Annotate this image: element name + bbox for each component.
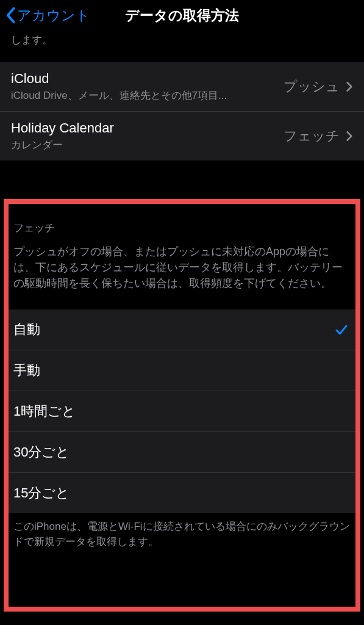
chevron-right-icon (346, 81, 353, 92)
account-row-holiday-calendar[interactable]: Holiday Calendar カレンダー フェッチ (0, 112, 364, 161)
fetch-option-label: 30分ごと (13, 443, 70, 461)
fetch-option-label: 自動 (13, 320, 40, 339)
fetch-option-label: 1時間ごと (13, 402, 76, 421)
fetch-section: フェッチ プッシュがオフの場合、またはプッシュに未対応のAppの場合には、下にあ… (9, 204, 355, 560)
back-label: アカウント (17, 6, 90, 25)
fetch-option-label: 15分ごと (13, 484, 70, 502)
fetch-options-list: 自動 手動 1時間ごと 30分ごと 15分ごと (9, 309, 355, 513)
account-list: iCloud iCloud Drive、メール、連絡先とその他7項目... プッ… (0, 62, 364, 161)
fetch-option-label: 手動 (13, 361, 40, 380)
account-main: iCloud iCloud Drive、メール、連絡先とその他7項目... (11, 71, 284, 103)
account-main: Holiday Calendar カレンダー (11, 120, 284, 152)
push-section-footer: します。 (0, 31, 364, 62)
fetch-section-description: プッシュがオフの場合、またはプッシュに未対応のAppの場合には、下にあるスケジュ… (9, 241, 355, 309)
checkmark-icon (335, 323, 348, 336)
fetch-section-header: フェッチ (9, 204, 355, 241)
fetch-option-30min[interactable]: 30分ごと (9, 432, 355, 473)
account-value: フェッチ (284, 127, 340, 145)
account-title: iCloud (11, 71, 284, 87)
account-subtitle: カレンダー (11, 138, 284, 152)
account-value: プッシュ (284, 78, 340, 96)
account-subtitle: iCloud Drive、メール、連絡先とその他7項目... (11, 89, 284, 103)
back-button[interactable]: アカウント (5, 6, 90, 25)
account-row-icloud[interactable]: iCloud iCloud Drive、メール、連絡先とその他7項目... プッ… (0, 62, 364, 112)
account-title: Holiday Calendar (11, 120, 284, 136)
fetch-option-15min[interactable]: 15分ごと (9, 473, 355, 513)
fetch-option-manual[interactable]: 手動 (9, 350, 355, 391)
chevron-right-icon (346, 131, 353, 142)
page-title: データの取得方法 (125, 6, 239, 25)
navigation-bar: アカウント データの取得方法 (0, 0, 364, 31)
chevron-left-icon (5, 7, 16, 24)
fetch-section-footer: このiPhoneは、電源とWi-Fiに接続されている場合にのみバックグラウンドで… (9, 513, 355, 559)
fetch-option-hourly[interactable]: 1時間ごと (9, 391, 355, 432)
fetch-option-auto[interactable]: 自動 (9, 309, 355, 350)
